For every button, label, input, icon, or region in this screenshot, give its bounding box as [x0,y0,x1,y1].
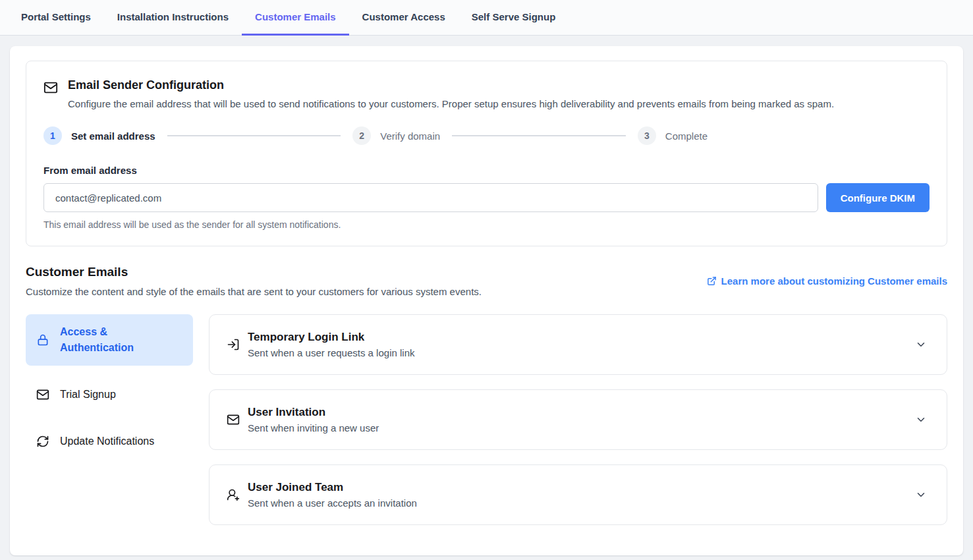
step-connector [452,135,626,136]
learn-more-label: Learn more about customizing Customer em… [721,275,947,287]
external-link-icon [707,276,717,286]
email-card-user-invitation[interactable]: User Invitation Sent when inviting a new… [209,389,947,450]
configure-dkim-button[interactable]: Configure DKIM [826,183,930,212]
user-plus-icon [227,488,240,501]
log-in-icon [227,338,240,351]
step-verify-domain: 2 Verify domain [352,126,440,145]
page-background: Email Sender Configuration Configure the… [0,36,973,560]
tab-self-serve-signup[interactable]: Self Serve Signup [459,0,569,36]
mail-icon [227,413,240,426]
step-3-label: Complete [665,130,708,142]
from-email-label: From email address [43,165,930,176]
email-card-subtitle: Sent when a user accepts an invitation [248,497,907,509]
lock-icon [36,333,49,347]
sender-config-description: Configure the email address that will be… [68,97,834,111]
sidebar-item-label: Access & Authentication [60,324,182,356]
step-complete: 3 Complete [638,126,708,145]
chevron-down-icon[interactable] [915,339,927,350]
refresh-icon [36,435,49,448]
email-card-title: User Joined Team [248,481,907,494]
customer-emails-title: Customer Emails [26,265,482,279]
tab-portal-settings[interactable]: Portal Settings [8,0,104,36]
tab-installation-instructions[interactable]: Installation Instructions [104,0,242,36]
chevron-down-icon[interactable] [915,489,927,501]
tab-customer-access[interactable]: Customer Access [349,0,459,36]
step-3-circle: 3 [638,126,656,145]
email-category-nav: Access & Authentication Trial Signup Upd… [26,314,193,540]
main-card: Email Sender Configuration Configure the… [10,46,963,555]
email-card-user-joined-team[interactable]: User Joined Team Sent when a user accept… [209,464,947,525]
step-1-label: Set email address [71,130,155,142]
sidebar-item-label: Trial Signup [60,387,116,403]
email-card-subtitle: Sent when a user requests a login link [248,347,907,358]
customer-emails-description: Customize the content and style of the e… [26,286,482,297]
sidebar-item-access-authentication[interactable]: Access & Authentication [26,314,193,366]
chevron-down-icon[interactable] [915,414,927,426]
step-2-circle: 2 [352,126,371,145]
step-1-circle: 1 [43,126,62,145]
sidebar-item-trial-signup[interactable]: Trial Signup [26,377,193,412]
from-email-input[interactable] [43,183,818,212]
mail-icon [43,80,58,111]
step-2-label: Verify domain [380,130,440,142]
step-connector [167,135,341,136]
email-card-temporary-login-link[interactable]: Temporary Login Link Sent when a user re… [209,314,947,375]
email-template-list: Temporary Login Link Sent when a user re… [209,314,947,540]
sidebar-item-update-notifications[interactable]: Update Notifications [26,424,193,459]
learn-more-link[interactable]: Learn more about customizing Customer em… [707,275,947,287]
email-card-title: User Invitation [248,406,907,419]
email-sender-config-card: Email Sender Configuration Configure the… [26,61,947,246]
from-email-helper-text: This email address will be used as the s… [43,219,930,230]
step-set-email-address: 1 Set email address [43,126,155,145]
email-card-subtitle: Sent when inviting a new user [248,422,907,434]
email-setup-stepper: 1 Set email address 2 Verify domain 3 Co… [43,126,708,145]
sidebar-item-label: Update Notifications [60,434,154,449]
tab-bar: Portal Settings Installation Instruction… [0,0,973,36]
tab-customer-emails[interactable]: Customer Emails [242,0,349,36]
mail-icon [36,388,49,401]
sender-config-title: Email Sender Configuration [68,78,834,92]
email-card-title: Temporary Login Link [248,331,907,344]
